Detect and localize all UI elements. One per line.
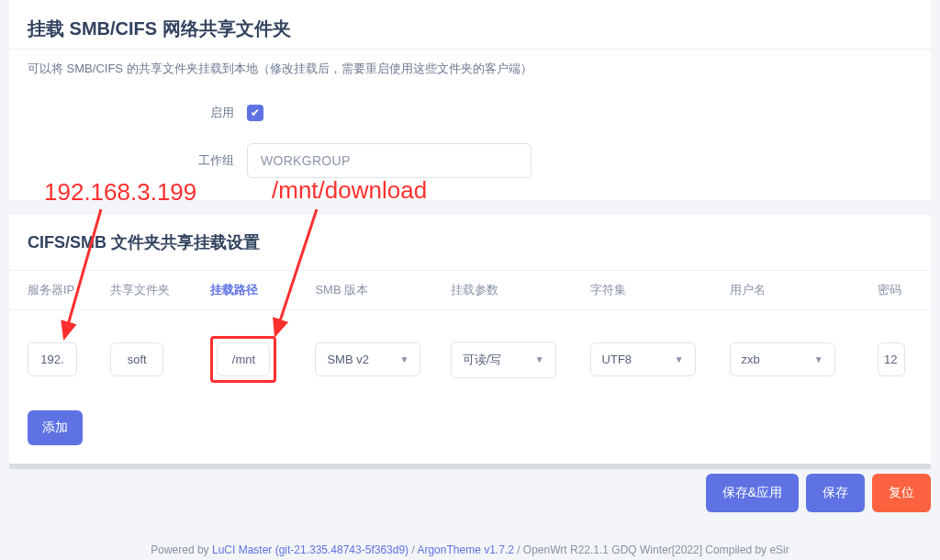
enable-label: 启用 [28, 105, 234, 121]
row-charset-select[interactable]: UTF8▼ [590, 342, 696, 376]
chevron-down-icon: ▼ [675, 354, 684, 364]
row-share-input[interactable] [110, 342, 163, 376]
hdr-share: 共享文件夹 [110, 282, 210, 298]
footer: Powered by LuCI Master (git-21.335.48743… [0, 543, 940, 556]
add-button[interactable]: 添加 [28, 410, 83, 445]
footer-luci-link[interactable]: LuCI Master (git-21.335.48743-5f363d9) [212, 543, 408, 556]
row-password-input[interactable] [878, 342, 905, 376]
workgroup-input[interactable] [247, 143, 532, 178]
chevron-down-icon: ▼ [814, 354, 823, 364]
row-mountpoint-input[interactable] [217, 342, 270, 376]
hdr-ip: 服务器IP [28, 282, 110, 298]
row-options-select[interactable]: 可读/写▼ [451, 342, 556, 378]
hdr-mountpoint[interactable]: 挂载路径 [210, 282, 315, 298]
row-version-value: SMB v2 [327, 353, 369, 366]
enable-checkbox[interactable]: ✔ [247, 105, 263, 121]
table-header: 服务器IP 共享文件夹 挂载路径 SMB 版本 挂载参数 字符集 用户名 密码 [9, 270, 931, 309]
reset-button[interactable]: 复位 [872, 474, 931, 512]
page-description: 可以将 SMB/CIFS 的共享文件夹挂载到本地（修改挂载后，需要重启使用这些文… [9, 49, 931, 94]
footer-prefix: Powered by [151, 543, 212, 556]
separator-strip [9, 464, 931, 469]
action-bar: 保存&应用 保存 复位 [706, 474, 931, 512]
footer-sep2: / OpenWrt R22.1.1 GDQ Winter[2022] Compi… [514, 543, 789, 556]
table-row: SMB v2▼ 可读/写▼ UTF8▼ zxb▼ [9, 309, 931, 399]
form-row-enable: 启用 ✔ [9, 94, 931, 132]
chevron-down-icon: ▼ [535, 354, 544, 364]
row-options-value: 可读/写 [463, 352, 502, 368]
workgroup-label: 工作组 [28, 152, 234, 169]
hdr-charset: 字符集 [590, 282, 730, 298]
page-title: 挂载 SMB/CIFS 网络共享文件夹 [28, 17, 912, 41]
hdr-options: 挂载参数 [451, 282, 590, 298]
row-charset-value: UTF8 [602, 353, 632, 366]
mountpoint-highlight-box [210, 336, 276, 383]
section-title: CIFS/SMB 文件夹共享挂载设置 [9, 215, 931, 270]
chevron-down-icon: ▼ [400, 354, 409, 364]
hdr-user: 用户名 [730, 282, 878, 298]
hdr-password: 密码 [878, 282, 912, 298]
row-user-value: zxb [742, 353, 760, 366]
row-user-select[interactable]: zxb▼ [730, 342, 835, 376]
form-row-workgroup: 工作组 [9, 132, 931, 200]
row-version-select[interactable]: SMB v2▼ [315, 342, 420, 376]
row-ip-input[interactable] [28, 342, 77, 376]
footer-theme-link[interactable]: ArgonTheme v1.7.2 [417, 543, 513, 556]
hdr-version: SMB 版本 [315, 282, 450, 298]
save-button[interactable]: 保存 [806, 474, 865, 512]
add-button-row: 添加 [9, 399, 931, 464]
page-header: 挂载 SMB/CIFS 网络共享文件夹 [9, 0, 931, 49]
save-apply-button[interactable]: 保存&应用 [706, 474, 799, 512]
